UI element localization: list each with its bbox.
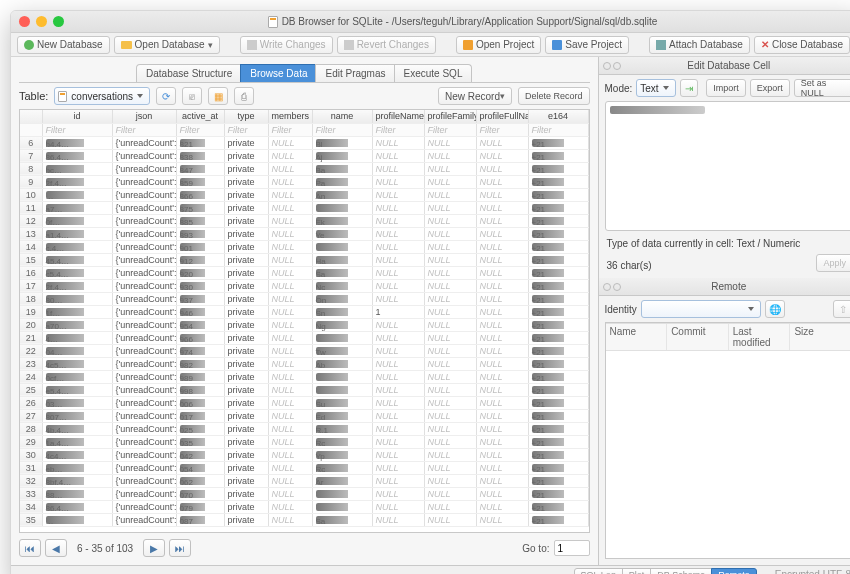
table-cell[interactable]: Sa [312, 513, 372, 526]
filter-cell[interactable]: Filter [42, 123, 112, 136]
open-database-button[interactable]: Open Database▾ [114, 36, 220, 54]
tab-database-structure[interactable]: Database Structure [136, 64, 242, 82]
table-cell[interactable]: Ab [312, 357, 372, 370]
table-cell[interactable]: +21 [528, 448, 588, 461]
panel-close-button[interactable] [603, 283, 611, 291]
table-cell[interactable]: {'unreadCount':0… [112, 292, 176, 305]
table-cell[interactable]: a1.4… [42, 227, 112, 240]
next-page-button[interactable]: ▶ [143, 539, 165, 557]
table-cell[interactable]: NULL [372, 188, 424, 201]
table-cell[interactable]: NULL [268, 500, 312, 513]
table-cell[interactable]: +21 [528, 266, 588, 279]
table-cell[interactable]: 33 [20, 487, 42, 500]
table-cell[interactable]: +21 [528, 370, 588, 383]
table-row[interactable]: 8bc…{'unreadCount':0…847privateNULLBaNUL… [20, 162, 588, 175]
table-cell[interactable]: private [224, 461, 268, 474]
table-cell[interactable]: private [224, 149, 268, 162]
filter-cell[interactable]: Filter [424, 123, 476, 136]
filter-cell[interactable]: Filter [528, 123, 588, 136]
table-cell[interactable]: {'unreadCount':0… [112, 227, 176, 240]
remote-col-name[interactable]: Name [606, 324, 668, 350]
table-cell[interactable]: NULL [476, 149, 528, 162]
table-cell[interactable]: 070 [176, 487, 224, 500]
filter-cell[interactable]: Filter [268, 123, 312, 136]
table-cell[interactable]: 04… [42, 344, 112, 357]
table-cell[interactable]: bc… [42, 162, 112, 175]
table-cell[interactable]: c.4… [42, 240, 112, 253]
table-cell[interactable]: NULL [268, 292, 312, 305]
table-cell[interactable]: NULL [476, 240, 528, 253]
remote-col-size[interactable]: Size [790, 324, 850, 350]
table-cell[interactable]: 930 [176, 279, 224, 292]
table-cell[interactable]: Aj [312, 149, 372, 162]
table-cell[interactable]: NULL [372, 175, 424, 188]
table-row[interactable]: 1880…{'unreadCount':0…937privateNULLOnNU… [20, 292, 588, 305]
table-cell[interactable]: private [224, 344, 268, 357]
table-cell[interactable]: NULL [424, 435, 476, 448]
column-header[interactable] [20, 110, 42, 123]
table-cell[interactable]: +21 [528, 253, 588, 266]
table-cell[interactable]: private [224, 227, 268, 240]
table-cell[interactable]: Su [312, 396, 372, 409]
table-row[interactable]: 284b.4…{'unreadCount':0…025privateNULLR.… [20, 422, 588, 435]
table-cell[interactable]: NULL [424, 149, 476, 162]
column-header[interactable]: type [224, 110, 268, 123]
table-cell[interactable]: NULL [476, 513, 528, 526]
table-cell[interactable]: 86.4… [42, 149, 112, 162]
table-row[interactable]: 31eb…{'unreadCount':0…054privateNULLRcNU… [20, 461, 588, 474]
table-cell[interactable]: Ng [312, 318, 372, 331]
table-cell[interactable]: 0f… [42, 214, 112, 227]
table-cell[interactable]: NULL [424, 266, 476, 279]
table-cell[interactable]: +21 [528, 422, 588, 435]
table-cell[interactable]: Ba [312, 162, 372, 175]
tab-db-schema[interactable]: DB Schema [650, 568, 712, 575]
table-cell[interactable]: {'unreadCount':0… [112, 305, 176, 318]
table-cell[interactable]: NULL [268, 513, 312, 526]
table-row[interactable]: 3486.4…{'unreadCount':0…079privateNULLNU… [20, 500, 588, 513]
table-cell[interactable]: 9 [20, 175, 42, 188]
table-cell[interactable] [312, 370, 372, 383]
table-cell[interactable]: 4c4… [42, 448, 112, 461]
table-cell[interactable]: NULL [268, 253, 312, 266]
table-cell[interactable]: Rc [312, 435, 372, 448]
table-cell[interactable]: private [224, 214, 268, 227]
table-cell[interactable]: NULL [476, 188, 528, 201]
table-cell[interactable]: R.1 [312, 422, 372, 435]
table-cell[interactable]: NULL [372, 396, 424, 409]
goto-input[interactable] [554, 540, 590, 556]
table-cell[interactable] [312, 487, 372, 500]
table-row[interactable]: 304c4…{'unreadCount':0…042privateNULLYpN… [20, 448, 588, 461]
table-cell[interactable]: 1f… [42, 305, 112, 318]
table-cell[interactable]: 88… [42, 487, 112, 500]
table-cell[interactable]: Sn [312, 305, 372, 318]
new-record-button[interactable]: New Record▾ [438, 87, 512, 105]
mode-select[interactable]: Text [636, 79, 676, 97]
save-table-button[interactable]: ▦ [208, 87, 228, 105]
table-cell[interactable]: NULL [476, 266, 528, 279]
table-cell[interactable]: 03… [42, 396, 112, 409]
table-cell[interactable]: 16 [20, 266, 42, 279]
table-cell[interactable]: NULL [268, 240, 312, 253]
table-cell[interactable]: +21 [528, 487, 588, 500]
table-row[interactable]: 27807…{'unreadCount':0…017privateNULLEdN… [20, 409, 588, 422]
table-cell[interactable]: NULL [372, 383, 424, 396]
table-cell[interactable]: NULL [268, 448, 312, 461]
table-cell[interactable]: {'unreadCount':0… [112, 396, 176, 409]
revert-changes-button[interactable]: Revert Changes [337, 36, 436, 54]
table-cell[interactable]: NULL [476, 461, 528, 474]
table-cell[interactable]: NULL [268, 487, 312, 500]
table-cell[interactable]: 954 [176, 318, 224, 331]
table-cell[interactable]: NULL [372, 474, 424, 487]
table-cell[interactable]: NULL [476, 162, 528, 175]
table-cell[interactable]: NULL [268, 461, 312, 474]
column-header[interactable]: members [268, 110, 312, 123]
table-cell[interactable]: NULL [424, 370, 476, 383]
filter-cell[interactable]: Filter [112, 123, 176, 136]
table-cell[interactable]: 86.4… [42, 500, 112, 513]
table-cell[interactable]: {'unreadCount':0… [112, 487, 176, 500]
table-cell[interactable]: 8bf.4… [42, 474, 112, 487]
table-cell[interactable]: 4… [42, 331, 112, 344]
table-cell[interactable]: {'unreadCount':0… [112, 513, 176, 526]
filter-cell[interactable]: Filter [476, 123, 528, 136]
open-project-button[interactable]: Open Project [456, 36, 541, 54]
